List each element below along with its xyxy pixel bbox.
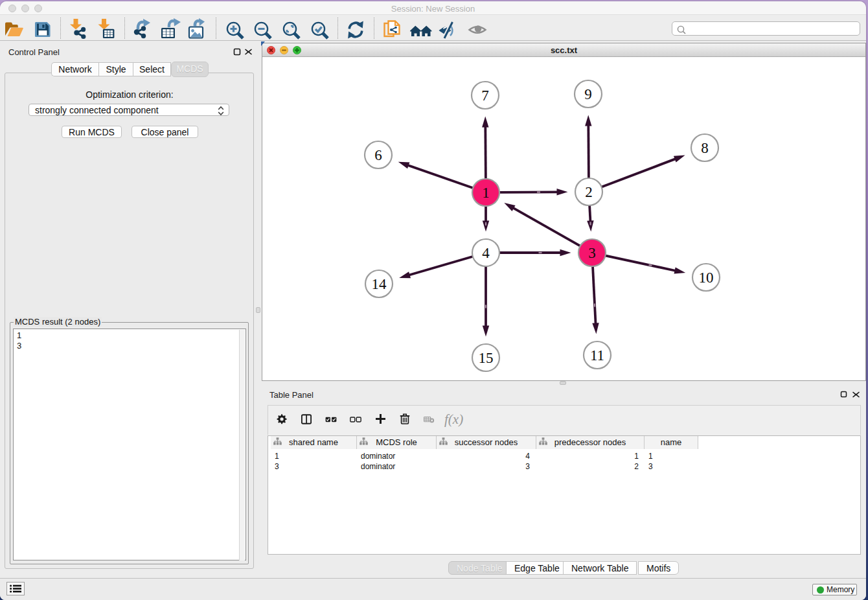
svg-text:1: 1 [482,185,490,201]
svg-text:14: 14 [372,276,387,292]
svg-text:3: 3 [588,245,596,261]
svg-text:9: 9 [584,86,592,102]
svg-text:7: 7 [481,87,489,104]
svg-text:8: 8 [701,140,709,156]
svg-text:11: 11 [590,347,604,363]
svg-text:6: 6 [374,147,382,163]
svg-text:15: 15 [479,350,494,366]
svg-text:10: 10 [699,270,714,286]
svg-text:2: 2 [585,184,593,200]
svg-text:4: 4 [482,245,490,261]
